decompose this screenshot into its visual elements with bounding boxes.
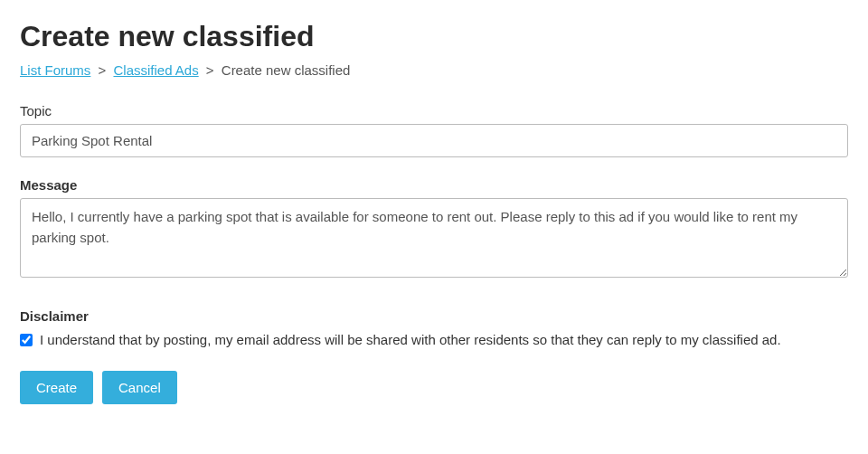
create-button[interactable]: Create xyxy=(20,371,93,404)
breadcrumb-current: Create new classified xyxy=(222,62,351,78)
breadcrumb-link-forums[interactable]: List Forums xyxy=(20,62,90,78)
disclaimer-row[interactable]: I understand that by posting, my email a… xyxy=(20,329,848,351)
topic-input[interactable] xyxy=(20,124,848,157)
disclaimer-checkbox[interactable] xyxy=(20,334,33,346)
cancel-button[interactable]: Cancel xyxy=(102,371,177,404)
disclaimer-title: Disclaimer xyxy=(20,308,848,324)
breadcrumb-sep: > xyxy=(206,62,214,78)
message-label: Message xyxy=(20,177,848,193)
breadcrumb-link-classified-ads[interactable]: Classified Ads xyxy=(113,62,198,78)
topic-label: Topic xyxy=(20,103,848,118)
breadcrumb: List Forums > Classified Ads > Create ne… xyxy=(20,62,848,78)
breadcrumb-sep: > xyxy=(99,62,107,78)
page-title: Create new classified xyxy=(20,20,848,53)
message-textarea[interactable]: Hello, I currently have a parking spot t… xyxy=(20,198,848,278)
disclaimer-text: I understand that by posting, my email a… xyxy=(40,329,781,351)
